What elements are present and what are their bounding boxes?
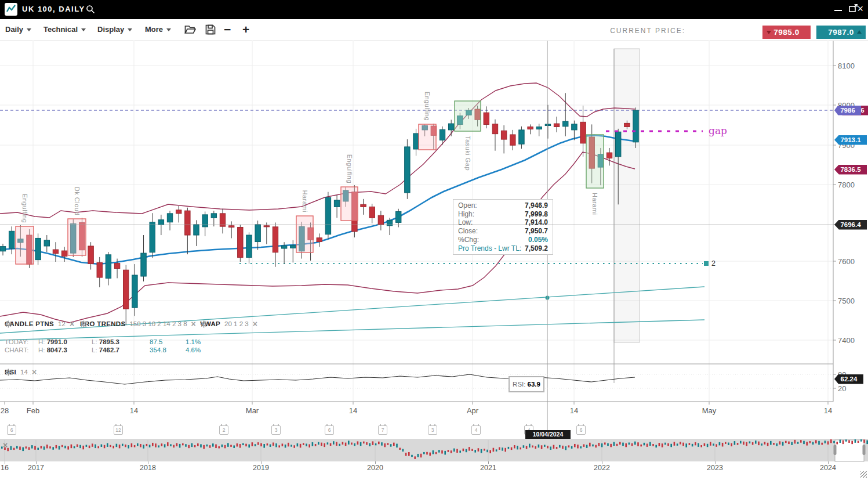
navigator-year-label: 2020 [367,464,383,472]
calendar-marker[interactable]: 6 [325,425,334,435]
calendar-marker[interactable]: 3 [428,425,437,435]
candle [501,131,506,139]
menu-technical[interactable]: Technical [43,25,86,34]
indicator-row-pro-trends: PRO TRENDS 150 3 10 2 14 2 3 8 × [80,320,196,327]
navigator-year-label: 2023 [707,464,723,472]
navigator-chart[interactable] [0,439,868,463]
tooltip-row: %Chg:0.05% [458,236,548,244]
y-axis-label: 7600 [838,257,855,266]
toolbar: Daily Technical Display More − + CURRENT… [0,19,868,41]
pattern-box[interactable] [296,216,313,252]
settings-gear-icon[interactable] [5,320,12,328]
calendar-marker[interactable]: 3 [271,425,281,435]
calendar-marker[interactable]: 6 [576,425,586,435]
price-level-line [0,225,833,225]
candle [440,129,445,140]
candle [141,253,146,276]
current-price-label: CURRENT PRICE: [610,27,685,35]
navigator-selection-window[interactable] [835,440,864,461]
candle [0,247,5,251]
pattern-box[interactable] [455,101,481,131]
navigator-handle-right[interactable] [863,445,866,455]
candle [536,127,542,129]
settings-gear-icon[interactable] [5,369,12,376]
trendline-2-label[interactable]: 2 [711,259,716,268]
candle [290,246,296,248]
x-axis-label: 14 [824,406,832,415]
menu-more[interactable]: More [145,25,171,34]
sell-price-badge: 7985.0 [762,26,811,39]
candle [61,251,67,256]
candle [246,235,252,258]
remove-indicator-icon[interactable]: × [191,321,196,327]
rsi-axis-label: 20 [838,384,846,393]
trend-endpoint-marker[interactable] [704,261,709,266]
remove-indicator-icon[interactable]: × [70,321,74,327]
calendar-marker[interactable]: 6 [7,425,16,435]
candle [150,222,155,252]
price-badge: 7913.1 [834,135,867,145]
buy-price-badge: 7987.0 [816,26,866,39]
remove-indicator-icon[interactable]: × [32,369,37,375]
navigator-close-icon[interactable]: × [3,441,8,450]
candle [528,127,533,129]
chevron-down-icon [128,28,132,31]
candle [97,262,102,277]
candle [106,255,111,279]
close-window-icon[interactable]: × [857,3,863,15]
resize-grip[interactable] [860,471,867,478]
crosshair-date-badge: 10/04/2024 [525,430,571,439]
candle [264,226,269,227]
candle [88,246,93,264]
calendar-marker[interactable]: 2 [219,425,228,435]
tooltip-row: Low:7,914.0 [458,218,548,227]
candle [238,228,243,258]
candle [325,197,331,234]
rsi-value-box: RSI:63.9 [509,376,544,392]
candle [185,211,190,235]
rsi-value-badge: 62.24 [834,374,863,384]
candle [194,225,199,235]
pattern-box[interactable] [586,135,604,188]
settings-gear-icon[interactable] [200,320,208,328]
navigator-year-label: 2017 [28,464,44,472]
menu-timeframe[interactable]: Daily [5,25,31,34]
navigator-year-label: 16 [1,464,9,472]
pattern-label: Engulfing [21,194,28,223]
navigator-handle-left[interactable] [834,445,837,455]
y-axis-label: 7800 [838,181,855,189]
candle [132,275,137,308]
gap-annotation[interactable]: gap [709,125,727,136]
pattern-box[interactable] [419,124,436,150]
indicator-row-vwap: VWAP 20 1 2 3 × [200,320,257,327]
calendar-marker[interactable]: 4 [471,425,481,435]
candle [334,200,339,207]
candle [176,210,181,214]
menu-display[interactable]: Display [97,25,132,34]
window-title: UK 100, DAILY [22,5,85,13]
settings-gear-icon[interactable] [80,320,88,328]
zoom-out-button[interactable]: − [224,23,231,37]
x-axis-label: Mar [246,406,259,415]
zoom-in-button[interactable]: + [242,23,249,37]
stats-label: TODAY: [5,338,38,345]
calendar-marker[interactable]: 12 [114,425,123,435]
arrow-down-icon [767,31,771,34]
pattern-label: Engulfing [424,92,431,121]
x-axis-label: 14 [349,406,357,415]
highlight-region[interactable] [614,49,640,342]
pattern-box[interactable] [341,187,358,221]
calendar-marker[interactable]: 7 [378,425,387,435]
candle [519,130,524,144]
indicator-row-rsi: RSI 14 × [5,369,37,376]
main-chart[interactable]: EngulfingDk CloudHaramiEngulfingEngulfin… [0,41,868,440]
stats-percent: 1.1% [186,338,201,345]
tooltip-row: Pro Trends - Lwr TL:7,509.2 [458,244,548,253]
indicator-params: 14 [20,369,28,376]
pattern-box[interactable] [16,226,34,264]
candle [492,124,497,134]
candle [554,124,559,127]
ohlc-tooltip: Open:7,946.9High:7,999.8Low:7,914.0Close… [453,199,553,255]
candle [413,133,419,149]
remove-indicator-icon[interactable]: × [253,321,257,327]
